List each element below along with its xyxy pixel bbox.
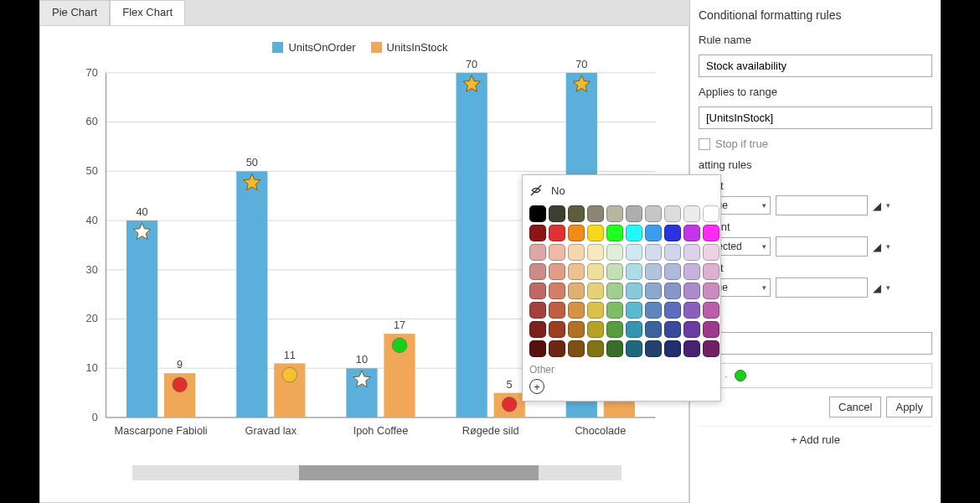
color-swatch[interactable] <box>549 340 565 357</box>
color-swatch[interactable] <box>626 225 642 241</box>
color-swatch[interactable] <box>645 263 662 280</box>
edit-rule-name-icon[interactable]: ✎ <box>916 0 926 3</box>
color-swatch[interactable] <box>664 244 681 261</box>
color-swatch[interactable] <box>703 263 720 280</box>
color-swatch[interactable] <box>606 283 623 299</box>
legend-item-unitsinstock[interactable]: UnitsInStock <box>371 41 448 54</box>
color-swatch[interactable] <box>645 283 662 299</box>
color-swatch[interactable] <box>568 321 585 338</box>
color-swatch[interactable] <box>626 263 642 280</box>
color-swatch[interactable] <box>587 205 604 222</box>
color-swatch[interactable] <box>606 321 623 338</box>
color-swatch[interactable] <box>626 340 642 357</box>
color-swatch[interactable] <box>703 225 720 241</box>
add-custom-color-button[interactable]: + <box>529 379 544 394</box>
color-swatch[interactable] <box>549 225 565 241</box>
color-swatch[interactable] <box>664 321 681 338</box>
color-swatch[interactable] <box>549 263 565 280</box>
color-swatch[interactable] <box>529 302 546 319</box>
color-swatch[interactable] <box>683 302 700 319</box>
color-swatch[interactable] <box>606 225 623 241</box>
color-swatch[interactable] <box>683 225 700 241</box>
tab-flex-chart[interactable]: Flex Chart <box>110 0 185 25</box>
color-swatch[interactable] <box>683 263 700 280</box>
color-swatch[interactable] <box>664 225 681 241</box>
color-swatch[interactable] <box>549 302 565 319</box>
legend-item-unitsonorder[interactable]: UnitsOnOrder <box>272 41 355 54</box>
color-swatch[interactable] <box>587 225 604 241</box>
color-swatch[interactable] <box>645 321 662 338</box>
color-swatch[interactable] <box>606 205 623 222</box>
format-preview-input-top[interactable] <box>699 332 932 355</box>
color-swatch[interactable] <box>529 283 546 299</box>
color-swatch[interactable] <box>549 205 565 222</box>
cancel-button[interactable]: Cancel <box>829 397 881 417</box>
color-swatch[interactable] <box>703 283 720 299</box>
scrollbar-thumb[interactable] <box>299 465 539 480</box>
rule-value-input[interactable] <box>776 277 868 298</box>
tab-pie-chart[interactable]: Pie Chart <box>39 0 110 25</box>
color-swatch[interactable] <box>529 205 546 222</box>
color-swatch[interactable] <box>626 205 642 222</box>
applies-to-input[interactable] <box>699 106 932 129</box>
color-swatch[interactable] <box>626 302 642 319</box>
color-swatch[interactable] <box>529 244 546 261</box>
rule-name-input[interactable] <box>699 54 932 77</box>
paint-bucket-icon[interactable]: ◢ <box>873 282 881 294</box>
color-swatch[interactable] <box>529 321 546 338</box>
color-swatch[interactable] <box>568 340 585 357</box>
no-color-label[interactable]: No <box>551 184 565 197</box>
color-swatch[interactable] <box>645 340 662 357</box>
color-swatch[interactable] <box>529 340 546 357</box>
color-swatch[interactable] <box>626 283 642 299</box>
color-swatch[interactable] <box>587 321 604 338</box>
color-swatch[interactable] <box>587 283 604 299</box>
color-swatch[interactable] <box>587 244 604 261</box>
color-swatch[interactable] <box>645 302 662 319</box>
paint-bucket-icon[interactable]: ◢ <box>873 241 881 253</box>
color-swatch[interactable] <box>683 321 700 338</box>
color-swatch[interactable] <box>703 321 720 338</box>
color-swatch[interactable] <box>529 263 546 280</box>
color-swatch[interactable] <box>549 283 565 299</box>
color-swatch[interactable] <box>645 244 662 261</box>
color-swatch[interactable] <box>703 244 720 261</box>
color-swatch[interactable] <box>683 205 700 222</box>
color-swatch[interactable] <box>664 283 681 299</box>
color-swatch[interactable] <box>568 225 585 241</box>
color-swatch[interactable] <box>568 302 585 319</box>
color-swatch[interactable] <box>606 263 623 280</box>
add-rule-button[interactable]: + Add rule <box>699 426 932 453</box>
color-swatch[interactable] <box>568 205 585 222</box>
color-swatch[interactable] <box>703 302 720 319</box>
color-swatch[interactable] <box>664 205 681 222</box>
color-swatch[interactable] <box>606 340 623 357</box>
color-swatch[interactable] <box>703 340 720 357</box>
color-swatch[interactable] <box>587 263 604 280</box>
color-swatch[interactable] <box>568 283 585 299</box>
color-swatch[interactable] <box>587 340 604 357</box>
stop-if-true-checkbox[interactable] <box>699 138 710 150</box>
color-swatch[interactable] <box>683 244 700 261</box>
color-swatch[interactable] <box>568 263 585 280</box>
color-swatch[interactable] <box>645 205 662 222</box>
apply-button[interactable]: Apply <box>886 397 932 417</box>
color-swatch[interactable] <box>626 321 642 338</box>
color-swatch[interactable] <box>645 225 662 241</box>
color-swatch[interactable] <box>664 302 681 319</box>
color-swatch[interactable] <box>549 321 565 338</box>
color-swatch[interactable] <box>606 244 623 261</box>
paint-bucket-icon[interactable]: ◢ <box>873 200 881 212</box>
color-swatch[interactable] <box>664 263 681 280</box>
color-swatch[interactable] <box>529 225 546 241</box>
rule-value-input[interactable] <box>776 195 868 215</box>
rule-value-input[interactable] <box>776 236 868 257</box>
color-swatch[interactable] <box>683 283 700 299</box>
color-swatch[interactable] <box>703 205 720 222</box>
no-color-icon[interactable] <box>529 184 543 197</box>
color-swatch[interactable] <box>626 244 642 261</box>
color-swatch[interactable] <box>683 340 700 357</box>
color-swatch[interactable] <box>664 340 681 357</box>
color-swatch[interactable] <box>606 302 623 319</box>
stop-if-true-row[interactable]: Stop if true <box>699 137 932 150</box>
